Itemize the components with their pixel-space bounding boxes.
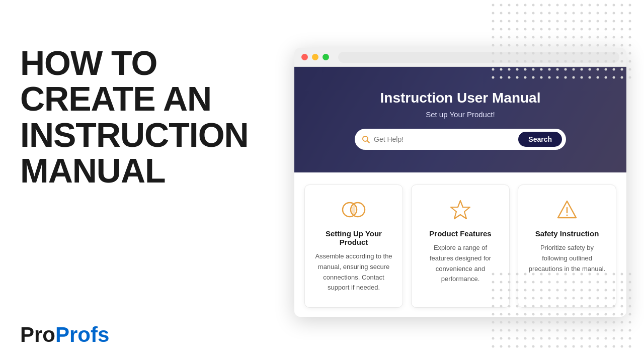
- logo-area: ProProfs: [20, 323, 109, 347]
- svg-point-88: [556, 36, 559, 39]
- svg-point-39: [597, 12, 599, 15]
- svg-point-302: [540, 321, 543, 324]
- warning-icon: [554, 197, 580, 222]
- svg-point-64: [508, 28, 511, 31]
- svg-point-355: [532, 345, 535, 348]
- svg-point-304: [556, 321, 559, 324]
- svg-point-35: [565, 12, 567, 15]
- svg-point-75: [597, 28, 599, 31]
- svg-point-87: [548, 36, 551, 39]
- svg-point-68: [540, 28, 543, 31]
- svg-point-110: [589, 44, 591, 47]
- svg-point-309: [597, 321, 599, 324]
- svg-point-305: [565, 321, 567, 324]
- svg-point-99: [500, 44, 503, 47]
- svg-point-31: [532, 12, 535, 15]
- svg-point-79: [629, 28, 631, 31]
- svg-point-340: [556, 337, 559, 340]
- svg-point-93: [597, 36, 599, 39]
- svg-point-354: [524, 345, 527, 348]
- browser-window: Instruction User Manual Set up Your Prod…: [294, 48, 626, 317]
- svg-point-345: [597, 337, 599, 340]
- svg-point-67: [532, 28, 535, 31]
- main-title: HOW TO CREATE AN INSTRUCTION MANUAL: [20, 45, 262, 189]
- search-input[interactable]: [374, 135, 518, 143]
- svg-point-63: [500, 28, 503, 31]
- svg-point-72: [573, 28, 575, 31]
- browser-dot-red[interactable]: [301, 54, 308, 60]
- svg-point-51: [548, 20, 551, 23]
- svg-point-353: [516, 345, 519, 348]
- svg-point-81: [500, 36, 503, 39]
- card-features-title: Product Features: [429, 229, 491, 238]
- card-features: Product Features Explore a range of feat…: [411, 185, 510, 308]
- hero-subtitle: Set up Your Product!: [355, 110, 566, 119]
- svg-point-351: [500, 345, 503, 348]
- svg-point-46: [508, 20, 511, 23]
- svg-point-297: [500, 321, 503, 324]
- svg-point-104: [540, 44, 543, 47]
- svg-point-303: [548, 321, 551, 324]
- svg-point-364: [605, 345, 607, 348]
- browser-titlebar: [294, 48, 626, 67]
- browser-dot-green[interactable]: [323, 54, 329, 60]
- svg-point-133: [629, 52, 631, 55]
- card-features-text: Explore a range of features designed for…: [422, 243, 499, 285]
- svg-point-341: [565, 337, 567, 340]
- svg-point-350: [492, 345, 495, 348]
- svg-point-85: [532, 36, 535, 39]
- svg-point-100: [508, 44, 511, 47]
- svg-point-112: [605, 44, 607, 47]
- svg-point-241: [629, 289, 631, 292]
- svg-point-319: [532, 329, 535, 332]
- svg-point-318: [524, 329, 527, 332]
- svg-point-14: [540, 4, 543, 7]
- svg-point-307: [581, 321, 583, 324]
- svg-point-37: [581, 12, 583, 15]
- svg-point-66: [524, 28, 527, 31]
- hero-title: Instruction User Manual: [355, 90, 566, 106]
- svg-point-313: [629, 321, 631, 324]
- svg-point-331: [629, 329, 631, 332]
- svg-point-259: [629, 297, 631, 300]
- svg-point-344: [589, 337, 591, 340]
- svg-point-325: [581, 329, 583, 332]
- svg-point-45: [500, 20, 503, 23]
- svg-point-61: [629, 20, 631, 23]
- svg-point-335: [516, 337, 519, 340]
- svg-point-62: [492, 28, 495, 31]
- svg-point-113: [613, 44, 615, 47]
- svg-point-328: [605, 329, 607, 332]
- svg-point-169: [629, 68, 631, 71]
- svg-point-338: [540, 337, 543, 340]
- svg-point-367: [629, 345, 631, 348]
- svg-point-322: [556, 329, 559, 332]
- card-safety-text: Prioritize safety by following outlined …: [528, 243, 606, 274]
- svg-line-1: [367, 141, 369, 143]
- search-button[interactable]: Search: [518, 132, 562, 147]
- svg-point-102: [524, 44, 527, 47]
- svg-point-69: [548, 28, 551, 31]
- svg-point-13: [532, 4, 535, 7]
- svg-point-38: [589, 12, 591, 15]
- browser-dot-yellow[interactable]: [312, 54, 318, 60]
- svg-point-28: [508, 12, 511, 15]
- svg-point-359: [565, 345, 567, 348]
- svg-point-349: [629, 337, 631, 340]
- svg-point-362: [589, 345, 591, 348]
- svg-point-11: [516, 4, 519, 7]
- svg-point-107: [565, 44, 567, 47]
- svg-point-34: [556, 12, 559, 15]
- svg-point-306: [573, 321, 575, 324]
- svg-point-98: [492, 44, 495, 47]
- svg-point-54: [573, 20, 575, 23]
- svg-point-70: [556, 28, 559, 31]
- star-icon: [448, 197, 473, 222]
- svg-point-337: [532, 337, 535, 340]
- svg-point-56: [589, 20, 591, 23]
- svg-point-41: [613, 12, 615, 15]
- svg-point-16: [556, 4, 559, 7]
- card-safety: Safety Instruction Prioritize safety by …: [518, 185, 616, 308]
- svg-point-30: [524, 12, 527, 15]
- svg-point-332: [492, 337, 495, 340]
